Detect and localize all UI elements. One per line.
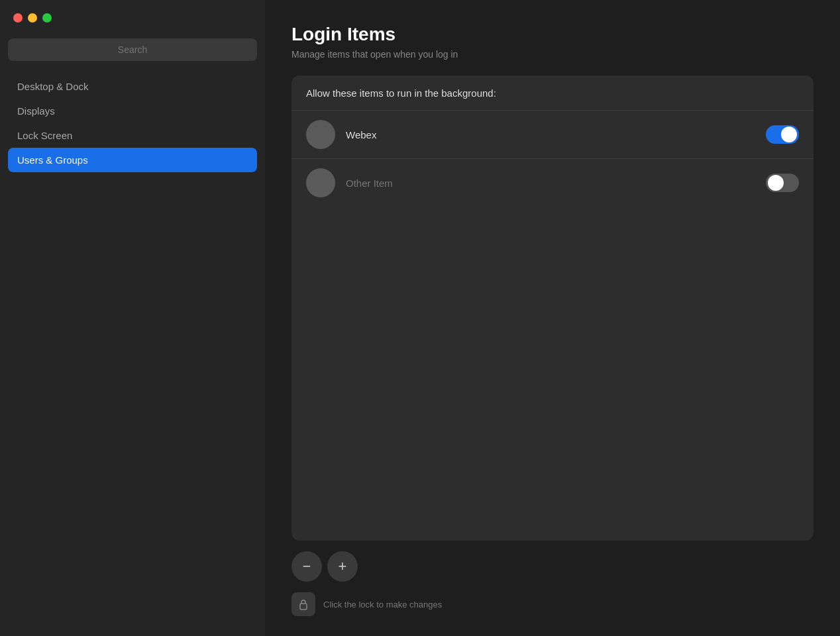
sidebar-item-desktop-dock[interactable]: Desktop & Dock [8, 74, 257, 99]
list-item: Other Item [291, 159, 814, 207]
traffic-lights [8, 13, 257, 23]
sidebar-item-displays[interactable]: Displays [8, 99, 257, 123]
close-button[interactable] [13, 13, 23, 23]
list-item: Webex [291, 111, 814, 159]
login-items-list: Webex Other Item [291, 111, 814, 541]
sidebar-item-users-groups[interactable]: Users & Groups [8, 148, 257, 172]
webex-toggle-knob [781, 127, 797, 142]
lock-label: Click the lock to make changes [323, 600, 442, 610]
lock-section: Click the lock to make changes [291, 592, 814, 616]
panel-header: Allow these items to run in the backgrou… [291, 76, 814, 111]
other-item-toggle[interactable] [766, 174, 799, 192]
minimize-button[interactable] [28, 13, 37, 23]
panel-header-text: Allow these items to run in the backgrou… [306, 87, 496, 99]
other-item-icon [306, 168, 335, 197]
page-subtitle: Manage items that open when you log in [291, 49, 814, 60]
sidebar-item-lock-screen[interactable]: Lock Screen [8, 123, 257, 148]
remove-item-button[interactable]: − [291, 551, 322, 582]
sidebar-nav: Desktop & Dock Displays Lock Screen User… [8, 74, 257, 172]
webex-icon [306, 120, 335, 149]
other-item-toggle-knob [768, 175, 784, 191]
search-bar[interactable] [8, 38, 257, 61]
main-content: Login Items Manage items that open when … [265, 0, 840, 636]
svg-rect-0 [300, 604, 307, 610]
webex-toggle[interactable] [766, 125, 799, 144]
bottom-controls: − + [291, 551, 814, 582]
search-input[interactable] [16, 44, 249, 55]
page-title: Login Items [291, 24, 814, 45]
maximize-button[interactable] [42, 13, 52, 23]
lock-icon[interactable] [291, 592, 315, 616]
other-item-label: Other Item [346, 178, 755, 189]
sidebar: Desktop & Dock Displays Lock Screen User… [0, 0, 265, 636]
add-item-button[interactable]: + [327, 551, 358, 582]
content-panel: Allow these items to run in the backgrou… [291, 76, 814, 541]
webex-label: Webex [346, 129, 755, 140]
